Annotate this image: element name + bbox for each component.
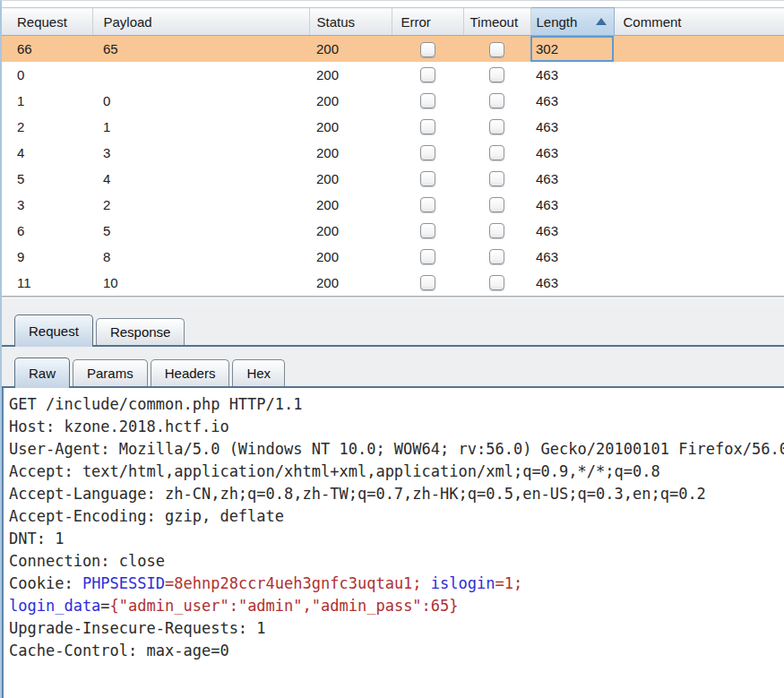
- raw-request-editor[interactable]: GET /include/common.php HTTP/1.1 Host: k…: [2, 388, 784, 698]
- splitter[interactable]: [2, 297, 784, 306]
- table-row[interactable]: 4 3 200 463: [2, 140, 784, 166]
- cell-timeout[interactable]: [463, 192, 530, 218]
- cell-timeout[interactable]: [463, 270, 530, 296]
- cell-timeout[interactable]: [463, 244, 530, 270]
- error-checkbox[interactable]: [420, 93, 435, 108]
- cell-request[interactable]: 9: [2, 244, 92, 270]
- cell-error[interactable]: [392, 62, 463, 88]
- cell-comment[interactable]: [614, 192, 784, 218]
- cell-length[interactable]: 463: [530, 270, 614, 296]
- error-checkbox[interactable]: [420, 171, 435, 186]
- tab-hex[interactable]: Hex: [232, 359, 285, 386]
- cell-status[interactable]: 200: [309, 166, 392, 192]
- cell-request[interactable]: 11: [2, 270, 92, 296]
- cell-error[interactable]: [392, 166, 463, 192]
- cell-comment[interactable]: [614, 88, 784, 114]
- cell-payload[interactable]: 0: [92, 88, 309, 114]
- error-checkbox[interactable]: [420, 275, 435, 290]
- cell-request[interactable]: 0: [2, 62, 92, 88]
- cell-payload[interactable]: 5: [92, 218, 309, 244]
- cell-payload[interactable]: [92, 62, 309, 88]
- timeout-checkbox[interactable]: [489, 67, 504, 82]
- tab-headers[interactable]: Headers: [151, 359, 230, 386]
- cell-comment[interactable]: [614, 62, 784, 88]
- cell-error[interactable]: [392, 192, 463, 218]
- tab-params[interactable]: Params: [73, 359, 148, 386]
- timeout-checkbox[interactable]: [489, 93, 504, 108]
- cell-length[interactable]: 463: [530, 114, 614, 140]
- column-header-status[interactable]: Status: [309, 8, 392, 36]
- cell-error[interactable]: [392, 114, 463, 140]
- cell-length[interactable]: 463: [530, 218, 614, 244]
- cell-status[interactable]: 200: [309, 88, 392, 114]
- cell-payload[interactable]: 3: [92, 140, 309, 166]
- cell-comment[interactable]: [614, 244, 784, 270]
- cell-status[interactable]: 200: [309, 218, 392, 244]
- cell-length[interactable]: 463: [530, 192, 614, 218]
- cell-comment[interactable]: [614, 218, 784, 244]
- cell-length[interactable]: 463: [530, 62, 614, 88]
- table-row[interactable]: 3 2 200 463: [2, 192, 784, 218]
- cell-request[interactable]: 3: [2, 192, 92, 218]
- tab-request[interactable]: Request: [14, 315, 93, 347]
- error-checkbox[interactable]: [420, 145, 435, 160]
- cell-status[interactable]: 200: [309, 270, 392, 296]
- cell-comment[interactable]: [614, 140, 784, 166]
- timeout-checkbox[interactable]: [489, 145, 504, 160]
- error-checkbox[interactable]: [420, 223, 435, 238]
- error-checkbox[interactable]: [420, 197, 435, 212]
- cell-timeout[interactable]: [463, 166, 530, 192]
- cell-payload[interactable]: 10: [92, 270, 309, 296]
- cell-comment[interactable]: [614, 114, 784, 140]
- cell-error[interactable]: [392, 244, 463, 270]
- cell-length[interactable]: 463: [530, 88, 614, 114]
- cell-comment[interactable]: [614, 166, 784, 192]
- cell-payload[interactable]: 65: [92, 36, 309, 62]
- cell-payload[interactable]: 2: [92, 192, 309, 218]
- table-row[interactable]: 6 5 200 463: [2, 218, 784, 244]
- cell-request[interactable]: 66: [2, 36, 92, 62]
- cell-timeout[interactable]: [463, 62, 530, 88]
- table-row[interactable]: 1 0 200 463: [2, 88, 784, 114]
- cell-status[interactable]: 200: [309, 192, 392, 218]
- cell-timeout[interactable]: [463, 36, 530, 62]
- timeout-checkbox[interactable]: [489, 171, 504, 186]
- cell-request[interactable]: 4: [2, 140, 92, 166]
- cell-comment[interactable]: [614, 36, 784, 62]
- column-header-payload[interactable]: Payload: [92, 8, 309, 36]
- table-row[interactable]: 0 200 463: [2, 62, 784, 88]
- cell-error[interactable]: [392, 140, 463, 166]
- cell-timeout[interactable]: [463, 140, 530, 166]
- column-header-length[interactable]: Length: [530, 8, 614, 36]
- cell-timeout[interactable]: [463, 88, 530, 114]
- column-header-error[interactable]: Error: [392, 8, 463, 36]
- cell-length[interactable]: 463: [530, 166, 614, 192]
- error-checkbox[interactable]: [420, 249, 435, 264]
- cell-error[interactable]: [392, 88, 463, 114]
- cell-request[interactable]: 2: [2, 114, 92, 140]
- cell-timeout[interactable]: [463, 114, 530, 140]
- column-header-request[interactable]: Request: [2, 8, 92, 36]
- cell-request[interactable]: 6: [2, 218, 92, 244]
- table-row[interactable]: 11 10 200 463: [2, 270, 784, 296]
- cell-status[interactable]: 200: [309, 140, 392, 166]
- error-checkbox[interactable]: [420, 67, 435, 82]
- cell-status[interactable]: 200: [309, 114, 392, 140]
- timeout-checkbox[interactable]: [489, 275, 504, 290]
- timeout-checkbox[interactable]: [489, 197, 504, 212]
- timeout-checkbox[interactable]: [489, 223, 504, 238]
- timeout-checkbox[interactable]: [489, 119, 504, 134]
- cell-error[interactable]: [392, 36, 463, 62]
- cell-payload[interactable]: 8: [92, 244, 309, 270]
- error-checkbox[interactable]: [420, 119, 435, 134]
- column-header-timeout[interactable]: Timeout: [463, 8, 530, 36]
- timeout-checkbox[interactable]: [489, 249, 504, 264]
- cell-payload[interactable]: 1: [92, 114, 309, 140]
- cell-status[interactable]: 200: [309, 36, 392, 62]
- table-row[interactable]: 66 65 200 302: [2, 36, 784, 62]
- table-row[interactable]: 9 8 200 463: [2, 244, 784, 270]
- error-checkbox[interactable]: [420, 42, 435, 57]
- tab-raw[interactable]: Raw: [14, 358, 70, 388]
- cell-status[interactable]: 200: [309, 244, 392, 270]
- timeout-checkbox[interactable]: [489, 42, 504, 57]
